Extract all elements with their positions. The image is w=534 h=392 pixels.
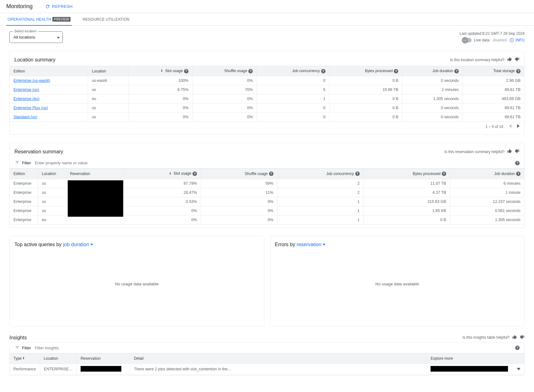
cell-reservation — [77, 363, 130, 375]
col-edition[interactable]: Edition — [10, 169, 38, 179]
cell-job-concurrency: 1 — [277, 206, 363, 215]
cell-job-concurrency: 0 — [257, 76, 329, 85]
cell-location: eu — [38, 215, 66, 224]
cell-shuffle-usage: 0% — [201, 215, 278, 224]
help-icon[interactable]: ? — [355, 172, 360, 176]
edition-link[interactable]: Enterprise (us) — [13, 87, 39, 92]
cell-location: us — [38, 179, 66, 188]
cell-shuffle-usage: 59% — [201, 179, 278, 188]
refresh-label: REFRESH — [52, 4, 73, 9]
tab-operational-health[interactable]: OPERATIONAL HEALTH PREVIEW — [6, 13, 72, 25]
col-location[interactable]: Location — [88, 66, 128, 76]
table-row: PerformanceENTERPRISE…There were 2 jobs … — [10, 363, 524, 375]
col-job-concurrency[interactable]: Job concurrency? — [257, 66, 329, 76]
redacted-block — [431, 366, 508, 372]
thumb-down-icon[interactable] — [520, 335, 525, 341]
help-icon[interactable]: ? — [394, 69, 398, 73]
thumb-down-icon[interactable] — [515, 149, 520, 155]
location-select-label: Select location — [13, 29, 38, 33]
tabs: OPERATIONAL HEALTH PREVIEW RESOURCE UTIL… — [0, 13, 534, 26]
top-active-queries-card: Top active queries by job duration No us… — [9, 236, 264, 327]
location-feedback-prompt: Is this location summary helpful? — [450, 58, 505, 62]
help-icon[interactable]: ? — [248, 69, 253, 73]
last-updated: Last updated:8:22 GMT-7 29 Sep 2024 — [460, 31, 525, 36]
filter-icon — [14, 345, 20, 351]
filter-icon — [14, 160, 20, 166]
reservation-filter-input[interactable] — [35, 161, 515, 165]
cell-shuffle-usage: 70% — [193, 85, 257, 94]
help-icon[interactable]: ? — [184, 69, 188, 73]
filter-label: Filter — [22, 346, 31, 350]
help-icon[interactable]: ? — [321, 69, 325, 73]
edition-link[interactable]: Enterprise (us-east4) — [13, 78, 50, 83]
thumb-up-icon[interactable] — [512, 335, 517, 341]
cell-slot-usage: 0.53% — [125, 197, 201, 206]
col-slot-usage[interactable]: Slot usage? — [125, 169, 201, 179]
reservation-summary-card: Reservation summary Is this reservation … — [9, 143, 525, 228]
col-total-storage[interactable]: Total storage? — [463, 66, 525, 76]
col-edition[interactable]: Edition — [10, 66, 88, 76]
cell-detail: There were 2 jobs detected with slot_con… — [130, 363, 426, 375]
location-summary-card: Location summary Is this location summar… — [9, 51, 525, 135]
col-bytes-processed[interactable]: Bytes processed? — [363, 169, 450, 179]
insights-feedback-prompt: Is this insights table helpful? — [463, 335, 510, 340]
col-detail[interactable]: Detail — [130, 353, 426, 363]
location-select[interactable]: Select location All locations — [9, 31, 63, 43]
help-icon[interactable]: ? — [193, 172, 197, 176]
cell-job-duration: 1.305 seconds — [402, 94, 463, 103]
help-icon[interactable]: ? — [515, 161, 520, 165]
cell-job-duration: 6 minutes — [450, 179, 524, 188]
help-icon[interactable]: ? — [516, 69, 521, 73]
cell-total-storage: 463.69 GB — [463, 94, 525, 103]
col-location[interactable]: Location — [38, 169, 66, 179]
page-title: Monitoring — [6, 3, 33, 10]
thumb-up-icon[interactable] — [507, 149, 512, 155]
cell-edition: Enterprise — [10, 215, 38, 224]
cell-location: us-east4 — [88, 76, 128, 85]
col-shuffle-usage[interactable]: Shuffle usage? — [193, 66, 257, 76]
help-icon[interactable]: ? — [269, 172, 273, 176]
cell-shuffle-usage: 0% — [193, 103, 257, 113]
col-reservation[interactable]: Reservation — [77, 353, 130, 363]
expand-row-button[interactable] — [517, 367, 521, 371]
help-icon[interactable]: ? — [454, 69, 459, 73]
cell-shuffle-usage: 0% — [201, 206, 278, 215]
refresh-button[interactable]: REFRESH — [45, 4, 73, 9]
cell-bytes-processed: 4.37 TB — [363, 188, 450, 197]
live-data-toggle[interactable] — [463, 38, 472, 42]
table-row: Enterprise (eu)eu0%0%10 B1.305 seconds46… — [10, 94, 524, 103]
help-icon[interactable]: ? — [515, 346, 520, 350]
insights-filter-input[interactable] — [35, 346, 515, 350]
table-row: Standard (us)us0%0%00 B0 seconds89.61 TB — [10, 113, 524, 122]
cell-slot-usage: 100% — [128, 76, 192, 85]
help-icon[interactable]: ? — [442, 172, 446, 176]
col-location[interactable]: Location — [40, 353, 77, 363]
col-job-duration[interactable]: Job duration? — [450, 169, 524, 179]
errors-by-dimension-dropdown[interactable]: reservation — [297, 242, 325, 247]
col-slot-usage[interactable]: Slot usage? — [128, 66, 192, 76]
tab-resource-utilization[interactable]: RESOURCE UTILIZATION — [81, 13, 131, 25]
cell-slot-usage: 0% — [125, 215, 201, 224]
edition-link[interactable]: Enterprise Plus (us) — [13, 106, 48, 110]
cell-location: us — [88, 113, 128, 122]
top-active-dimension-dropdown[interactable]: job duration — [63, 242, 93, 247]
col-bytes-processed[interactable]: Bytes processed? — [329, 66, 402, 76]
col-job-concurrency[interactable]: Job concurrency? — [277, 169, 363, 179]
col-type[interactable]: Type — [10, 353, 40, 363]
edition-link[interactable]: Enterprise (eu) — [13, 97, 40, 101]
page-prev-button[interactable] — [509, 124, 511, 129]
reservation-feedback-prompt: Is this reservation summary helpful? — [444, 150, 505, 154]
col-job-duration[interactable]: Job duration? — [402, 66, 463, 76]
page-next-button[interactable] — [517, 124, 520, 129]
thumb-up-icon[interactable] — [507, 57, 512, 63]
info-button[interactable]: INFO — [509, 38, 525, 43]
thumb-down-icon[interactable] — [515, 57, 520, 63]
cell-slot-usage: 28.47% — [125, 188, 201, 197]
edition-link[interactable]: Standard (us) — [13, 115, 37, 119]
table-row: Enterpriseus97.79%59%211.07 TB6 minutes — [10, 179, 524, 188]
help-icon[interactable]: ? — [516, 172, 521, 176]
cell-location: eu — [88, 94, 128, 103]
col-explore-more[interactable]: Explore more — [427, 353, 512, 363]
col-shuffle-usage[interactable]: Shuffle usage? — [201, 169, 278, 179]
col-reservation[interactable]: Reservation — [66, 169, 125, 179]
